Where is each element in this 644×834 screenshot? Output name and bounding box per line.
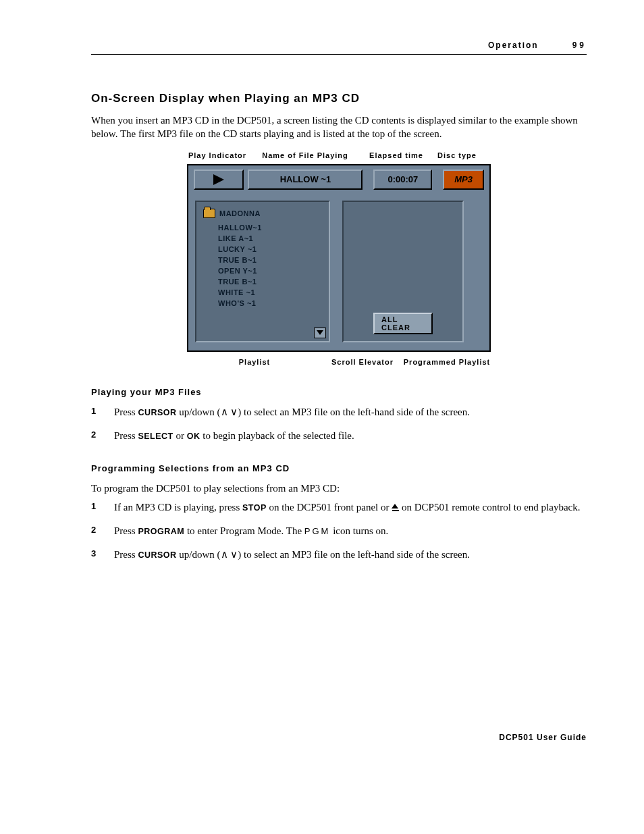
elapsed-time-box: 0:00:07 <box>373 170 432 190</box>
step-number: 3 <box>91 548 114 562</box>
eject-icon <box>392 504 399 511</box>
track-item: LIKE A~1 <box>203 233 323 244</box>
play-icon <box>213 174 224 185</box>
track-item: TRUE B~1 <box>203 255 323 265</box>
keyword-cursor: CURSOR <box>138 408 176 417</box>
label-name-of-file: Name of File Playing <box>248 151 363 160</box>
play-indicator-box <box>194 170 244 190</box>
keyword-select: SELECT <box>138 432 173 441</box>
step-number: 2 <box>91 524 114 538</box>
header-section: Operation <box>488 41 539 50</box>
osd-body: MADONNA HALLOW~1 LIKE A~1 LUCKY ~1 TRUE … <box>188 194 489 350</box>
track-item: HALLOW~1 <box>203 222 323 233</box>
track-item: WHITE ~1 <box>203 287 323 298</box>
step-item: 3 Press CURSOR up/down (∧ ∨) to select a… <box>91 548 587 562</box>
step-item: 1 If an MP3 CD is playing, press STOP on… <box>91 500 587 515</box>
track-item: WHO'S ~1 <box>203 298 323 309</box>
programmed-playlist-pane: ALL CLEAR <box>342 201 464 342</box>
steps-programming: 1 If an MP3 CD is playing, press STOP on… <box>91 500 587 562</box>
label-play-indicator: Play Indicator <box>187 151 248 160</box>
page-header: Operation 99 <box>91 41 587 55</box>
label-disc-type: Disc type <box>430 151 484 160</box>
track-item: OPEN Y~1 <box>203 265 323 276</box>
osd-panel: HALLOW ~1 0:00:07 MP3 MADONNA HALLOW~1 L… <box>187 164 491 352</box>
subheading-playing-files: Playing your MP3 Files <box>91 387 587 397</box>
steps-playing: 1 Press CURSOR up/down (∧ ∨) to select a… <box>91 405 587 443</box>
scroll-elevator[interactable] <box>314 328 326 338</box>
label-playlist: Playlist <box>187 357 322 367</box>
keyword-cursor: CURSOR <box>138 550 176 560</box>
all-clear-button[interactable]: ALL CLEAR <box>373 313 433 334</box>
keyword-ok: OK <box>187 432 200 441</box>
chevron-down-icon <box>317 330 323 335</box>
figure-bottom-labels: Playlist Scroll Elevator Programmed Play… <box>187 357 491 367</box>
osd-figure: Play Indicator Name of File Playing Elap… <box>187 151 491 367</box>
step-item: 2 Press SELECT or OK to begin playback o… <box>91 429 587 443</box>
step-item: 2 Press PROGRAM to enter Program Mode. T… <box>91 524 587 538</box>
folder-name: MADONNA <box>219 209 261 217</box>
header-page-number: 99 <box>572 41 587 50</box>
step-item: 1 Press CURSOR up/down (∧ ∨) to select a… <box>91 405 587 419</box>
keyword-stop: STOP <box>242 503 267 513</box>
disc-type-box: MP3 <box>443 170 484 190</box>
label-programmed-playlist: Programmed Playlist <box>403 357 491 367</box>
folder-icon <box>203 209 215 218</box>
osd-status-bar: HALLOW ~1 0:00:07 MP3 <box>188 165 489 194</box>
pgm-icon-text: PGM <box>304 526 331 536</box>
step-number: 1 <box>91 500 114 515</box>
step-number: 2 <box>91 429 114 443</box>
folder-row: MADONNA <box>203 207 323 219</box>
label-scroll-elevator: Scroll Elevator <box>322 357 403 367</box>
track-item: LUCKY ~1 <box>203 244 323 255</box>
track-item: TRUE B~1 <box>203 276 323 287</box>
intro-paragraph: When you insert an MP3 CD in the DCP501,… <box>91 113 587 141</box>
figure-top-labels: Play Indicator Name of File Playing Elap… <box>187 151 491 160</box>
programming-intro: To program the DCP501 to play selections… <box>91 481 587 495</box>
label-elapsed-time: Elapsed time <box>363 151 430 160</box>
step-number: 1 <box>91 405 114 419</box>
keyword-program: PROGRAM <box>138 527 184 536</box>
section-heading: On-Screen Display when Playing an MP3 CD <box>91 92 587 105</box>
playlist-pane: MADONNA HALLOW~1 LIKE A~1 LUCKY ~1 TRUE … <box>195 201 330 342</box>
file-playing-box: HALLOW ~1 <box>248 170 363 190</box>
subheading-programming: Programming Selections from an MP3 CD <box>91 463 587 473</box>
page-footer: DCP501 User Guide <box>499 733 587 742</box>
